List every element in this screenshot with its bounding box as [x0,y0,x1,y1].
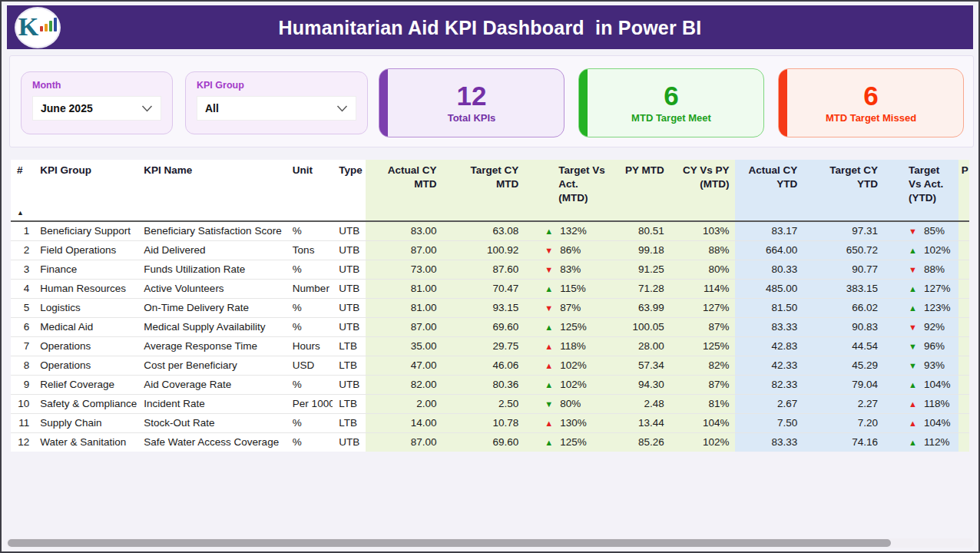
cell-py_mtd: 91.25 [611,260,670,279]
column-header-cut[interactable]: P [958,160,969,221]
column-header-tva_ytd[interactable]: Target Vs Act. (YTD) [884,160,958,221]
cell-tva_ytd: ▼88% [884,260,958,279]
column-header-unit[interactable]: Unit [286,160,333,221]
cell-cy_vs_py: 125% [670,336,736,356]
table-row[interactable]: 3FinanceFunds Utilization Rate%UTB73.008… [11,260,969,279]
cell-actual_mtd: 2.00 [366,394,443,413]
cell-group: Field Operations [34,240,137,260]
cell-tva_ytd: ▼92% [884,317,958,336]
column-header-py_mtd[interactable]: PY MTD [611,160,670,221]
table-row[interactable]: 1Beneficiary SupportBeneficiary Satisfac… [11,221,969,240]
cell-unit: Number [286,279,333,298]
cell-group: Operations [34,336,137,356]
table-row[interactable]: 8OperationsCost per BeneficiaryUSDLTB47.… [11,356,969,375]
cell-name: Beneficiary Satisfaction Score [137,221,286,240]
total-kpis-card[interactable]: 12Total KPIs [379,68,564,137]
cell-cut [958,317,969,336]
cell-unit: % [286,317,333,336]
table-row[interactable]: 5LogisticsOn-Time Delivery Rate%UTB81.00… [11,298,969,317]
mtd-target-meet-card-label: MTD Target Meet [631,112,711,124]
column-header-target_mtd[interactable]: Target CY MTD [442,160,525,221]
chevron-down-icon [141,105,153,112]
cell-py_mtd: 85.26 [611,432,670,452]
arrow-up-icon: ▲ [909,284,924,293]
column-header-cy_vs_py[interactable]: CY Vs PY (MTD) [670,160,736,221]
cell-num: 1 [11,221,34,240]
table-row[interactable]: 7OperationsAverage Response TimeHoursLTB… [11,336,969,356]
total-kpis-card-label: Total KPIs [448,112,496,124]
table-row[interactable]: 2Field OperationsAid DeliveredTonsUTB87.… [11,240,969,260]
cell-actual_mtd: 87.00 [366,240,443,260]
cell-type: UTB [333,221,365,240]
kpi-group-slicer: KPI Group All [185,71,368,134]
table-row[interactable]: 12Water & SanitationSafe Water Access Co… [11,432,969,452]
table-row[interactable]: 6Medical AidMedical Supply Availability%… [11,317,969,336]
arrow-up-icon: ▲ [909,399,924,409]
arrow-up-icon: ▲ [909,419,924,428]
cell-actual_ytd: 83.33 [735,432,803,452]
mtd-target-missed-card-value: 6 [863,82,878,111]
arrow-down-icon: ▼ [545,303,560,313]
table-header-row: #▲KPI GroupKPI NameUnitTypeActual CY MTD… [11,160,969,221]
cell-unit: Tons [286,240,333,260]
table-row[interactable]: 11Supply ChainStock-Out Rate%LTB14.0010.… [11,413,969,432]
cell-tva_ytd: ▲123% [884,298,958,317]
table-row[interactable]: 10Safety & ComplianceIncident RatePer 10… [11,394,969,413]
arrow-down-icon: ▼ [545,399,560,409]
mtd-target-meet-card[interactable]: 6MTD Target Meet [578,68,764,137]
column-header-actual_ytd[interactable]: Actual CY YTD [735,160,803,221]
cell-group: Relief Coverage [34,375,137,394]
cell-group: Finance [34,260,137,279]
mtd-target-missed-card-accent-bar [779,69,787,137]
horizontal-scrollbar-thumb[interactable] [8,539,891,547]
cell-actual_mtd: 81.00 [366,279,443,298]
cell-py_mtd: 28.00 [611,336,670,356]
cell-tva_mtd: ▲102% [525,356,611,375]
column-header-target_ytd[interactable]: Target CY YTD [803,160,884,221]
cell-type: UTB [333,279,365,298]
sort-ascending-icon: ▲ [17,208,24,217]
column-header-tva_mtd[interactable]: Target Vs Act. (MTD) [525,160,611,221]
column-header-group[interactable]: KPI Group [34,160,137,221]
column-header-actual_mtd[interactable]: Actual CY MTD [366,160,443,221]
cell-actual_ytd: 83.17 [735,221,803,240]
arrow-down-icon: ▼ [909,323,924,332]
column-header-num[interactable]: #▲ [11,160,34,221]
cell-target_mtd: 63.08 [442,221,525,240]
horizontal-scrollbar-track[interactable] [6,538,974,548]
cell-cy_vs_py: 80% [670,260,736,279]
kpi-table-container: #▲KPI GroupKPI NameUnitTypeActual CY MTD… [11,160,974,452]
cell-tva_ytd-value: 127% [924,283,951,294]
arrow-up-icon: ▲ [545,380,560,389]
cell-tva_mtd: ▲130% [525,413,611,432]
cell-group: Safety & Compliance [34,394,137,413]
page-title: Humanitarian Aid KPI Dashboard in Power … [7,16,973,38]
mtd-target-missed-card[interactable]: 6MTD Target Missed [778,68,964,137]
cell-actual_mtd: 47.00 [366,356,443,375]
cell-cy_vs_py: 114% [670,279,736,298]
cell-target_ytd: 79.04 [803,375,884,394]
cell-tva_mtd: ▲115% [525,279,611,298]
cell-unit: % [286,413,333,432]
table-row[interactable]: 9Relief CoverageAid Coverage Rate%UTB82.… [11,375,969,394]
cell-tva_ytd: ▲118% [884,394,958,413]
cell-py_mtd: 13.44 [611,413,670,432]
kpi-group-dropdown[interactable]: All [197,96,356,121]
column-header-type[interactable]: Type [333,160,365,221]
cell-type: UTB [333,317,365,336]
cell-cut [958,298,969,317]
cell-type: UTB [333,240,365,260]
cell-cut [958,394,969,413]
column-header-name[interactable]: KPI Name [137,160,286,221]
kpi-cards: 12Total KPIs6MTD Target Meet6MTD Target … [379,68,964,137]
cell-type: LTB [333,356,365,375]
cell-unit: USD [286,356,333,375]
cell-group: Supply Chain [34,413,137,432]
cell-cy_vs_py: 104% [670,413,736,432]
table-row[interactable]: 4Human ResourcesActive VolunteersNumberU… [11,279,969,298]
cell-target_ytd: 2.27 [803,394,884,413]
month-dropdown[interactable]: June 2025 [32,96,161,121]
cell-actual_ytd: 82.33 [735,375,803,394]
cell-target_ytd: 650.72 [803,240,884,260]
cell-target_ytd: 90.77 [803,260,884,279]
